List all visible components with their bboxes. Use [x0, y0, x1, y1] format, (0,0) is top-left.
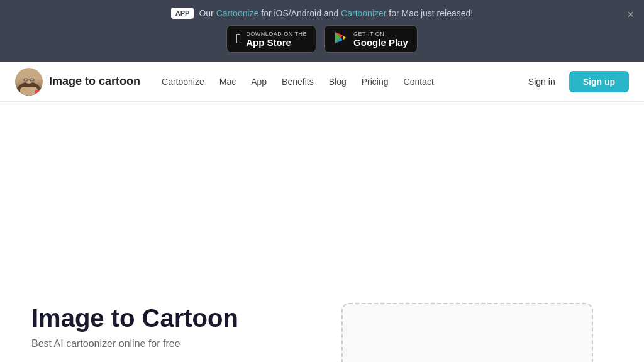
nav-contact[interactable]: Contact — [397, 73, 440, 90]
hero-title: Image to Cartoon — [31, 303, 322, 333]
hero-area: Image to Cartoon Best AI cartoonizer onl… — [0, 102, 644, 362]
appstore-sub-label: Download on the — [246, 31, 307, 37]
google-play-button[interactable]: GET IT ON Google Play — [324, 25, 418, 53]
logo-link[interactable]: AI Image to cartoon — [15, 68, 140, 96]
hero-right — [322, 303, 613, 362]
cartoonizer-link[interactable]: Cartoonizer — [341, 8, 386, 18]
close-banner-button[interactable]: × — [627, 9, 634, 20]
cartoonize-link[interactable]: Cartoonize — [216, 8, 259, 18]
sign-in-button[interactable]: Sign in — [519, 72, 564, 92]
apple-icon:  — [236, 32, 241, 46]
hero-subtitle: Best AI cartoonizer online for free — [31, 338, 322, 349]
nav-cartoonize[interactable]: Cartoonize — [155, 73, 211, 90]
sign-up-button[interactable]: Sign up — [569, 71, 629, 92]
app-label: APP — [171, 8, 194, 19]
nav-links: Cartoonize Mac App Benefits Blog Pricing… — [155, 73, 519, 90]
nav-mac[interactable]: Mac — [213, 73, 242, 90]
upload-area[interactable] — [341, 303, 593, 362]
logo-avatar: AI — [15, 68, 43, 96]
announcement-banner: APP Our Cartoonize for iOS/Android and C… — [0, 0, 644, 62]
hero-left: Image to Cartoon Best AI cartoonizer onl… — [31, 303, 322, 349]
nav-benefits[interactable]: Benefits — [275, 73, 320, 90]
ai-badge-label: AI — [35, 90, 43, 96]
nav-blog[interactable]: Blog — [323, 73, 353, 90]
main-content: Image to Cartoon Best AI cartoonizer onl… — [0, 102, 644, 362]
nav-app[interactable]: App — [245, 73, 273, 90]
svg-point-1 — [23, 72, 35, 84]
nav-pricing[interactable]: Pricing — [355, 73, 395, 90]
nav-actions: Sign in Sign up — [519, 71, 629, 92]
banner-text: Our Cartoonize for iOS/Android and Carto… — [199, 8, 473, 18]
store-buttons:  Download on the App Store GET IT ON Go… — [226, 25, 418, 53]
navbar: AI Image to cartoon Cartoonize Mac App B… — [0, 62, 644, 102]
google-play-icon — [333, 30, 348, 48]
googleplay-sub-label: GET IT ON — [353, 31, 408, 37]
app-store-button[interactable]:  Download on the App Store — [226, 25, 316, 53]
appstore-main-label: App Store — [246, 37, 307, 48]
googleplay-main-label: Google Play — [353, 37, 408, 48]
logo-title: Image to cartoon — [49, 75, 140, 88]
